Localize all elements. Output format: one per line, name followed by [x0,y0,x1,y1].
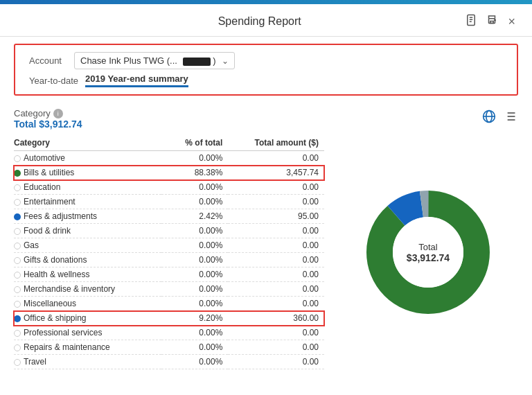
category-name: Bills & utilities [24,168,74,177]
amount-cell: 0.00 [228,355,324,369]
close-button[interactable]: × [505,15,518,28]
table-row: Merchandise & inventory0.00%0.00 [14,282,324,297]
category-cell: Entertainment [14,195,161,209]
percent-cell: 0.00% [161,253,229,267]
year-row: Year-to-date 2019 Year-end summary [29,73,503,87]
category-cell: Miscellaneous [14,297,161,311]
table-section: Category % of total Total amount ($) Aut… [14,135,324,369]
table-row: Bills & utilities88.38%3,457.74 [14,166,324,180]
category-total: Total $3,912.74 [14,119,82,130]
table-row: Office & shipping9.20%360.00 [14,311,324,326]
amount-cell: 0.00 [228,282,324,297]
amount-cell: 0.00 [228,224,324,238]
percent-cell: 0.00% [161,297,229,311]
category-cell: Education [14,180,161,195]
table-row: Gifts & donations0.00%0.00 [14,253,324,267]
table-row: Professional services0.00%0.00 [14,326,324,340]
category-cell: Merchandise & inventory [14,282,161,297]
table-row: Entertainment0.00%0.00 [14,195,324,209]
col-amount: Total amount ($) [228,135,324,151]
print-icon-btn[interactable] [484,12,499,30]
percent-cell: 0.00% [161,267,229,282]
category-name: Office & shipping [24,313,87,323]
category-name: Gas [24,240,39,250]
category-name: Professional services [24,328,102,337]
list-view-icon[interactable] [502,108,518,128]
category-name: Miscellaneous [24,299,76,308]
table-row: Health & wellness0.00%0.00 [14,267,324,282]
category-info: Category i Total $3,912.74 [14,108,82,130]
chart-section: Total $3,912.74 [338,135,518,369]
category-cell: Professional services [14,326,161,340]
table-row: Miscellaneous0.00%0.00 [14,297,324,311]
percent-cell: 0.00% [161,151,229,166]
category-cell: Food & drink [14,224,161,238]
svg-point-6 [495,19,496,21]
account-label: Account [29,55,67,66]
amount-cell: 0.00 [228,238,324,253]
percent-cell: 0.00% [161,340,229,355]
category-cell: Bills & utilities [14,166,161,180]
amount-cell: 3,457.74 [228,166,324,180]
donut-chart: Total $3,912.74 [359,183,497,322]
amount-cell: 0.00 [228,253,324,267]
category-info-icon[interactable]: i [53,109,63,119]
category-dot-empty [14,228,21,235]
category-name: Repairs & maintenance [24,342,110,352]
chart-total-label: Total [407,242,450,252]
category-dot-empty [14,286,21,293]
percent-cell: 9.20% [161,311,229,326]
category-name: Education [24,182,60,192]
globe-view-icon[interactable] [481,108,497,128]
amount-cell: 360.00 [228,311,324,326]
redacted-value [183,58,211,66]
percent-cell: 0.00% [161,238,229,253]
table-row: Repairs & maintenance0.00%0.00 [14,340,324,355]
account-row: Account Chase Ink Plus TWG (... ) ⌄ [29,52,503,69]
modal-title: Spending Report [55,15,463,28]
category-dot-empty [14,155,21,162]
percent-cell: 88.38% [161,166,229,180]
amount-cell: 0.00 [228,326,324,340]
table-row: Food & drink0.00%0.00 [14,224,324,238]
category-dot-empty [14,330,21,337]
category-cell: Gifts & donations [14,253,161,267]
category-name: Travel [24,357,46,367]
category-dot [14,213,21,220]
percent-cell: 0.00% [161,326,229,340]
percent-cell: 0.00% [161,282,229,297]
donut-center: Total $3,912.74 [407,242,450,263]
year-value[interactable]: 2019 Year-end summary [85,73,188,87]
table-header-row: Category % of total Total amount ($) [14,135,324,151]
category-section: Category i Total $3,912.74 [0,103,532,132]
table-row: Education0.00%0.00 [14,180,324,195]
modal-header: Spending Report × [0,4,532,37]
table-row: Gas0.00%0.00 [14,238,324,253]
category-dot-empty [14,301,21,308]
category-name: Health & wellness [24,270,89,279]
percent-cell: 2.42% [161,209,229,224]
document-icon-btn[interactable] [463,12,479,30]
account-dropdown[interactable]: Chase Ink Plus TWG (... ) ⌄ [74,52,235,69]
category-dot-empty [14,243,21,249]
category-dot-empty [14,199,21,206]
view-icons [481,108,518,128]
category-name: Gifts & donations [24,255,87,265]
category-cell: Health & wellness [14,267,161,282]
account-name: Chase Ink Plus TWG (... ) [80,55,216,66]
amount-cell: 0.00 [228,180,324,195]
percent-cell: 0.00% [161,224,229,238]
percent-cell: 0.00% [161,195,229,209]
header-icons: × [463,12,518,30]
spending-table: Category % of total Total amount ($) Aut… [14,135,324,369]
category-dot [14,315,21,322]
category-cell: Automotive [14,151,161,166]
category-name: Fees & adjustments [24,211,97,221]
category-cell: Repairs & maintenance [14,340,161,355]
year-label: Year-to-date [29,76,78,86]
amount-cell: 95.00 [228,209,324,224]
category-label: Category i [14,108,82,119]
percent-cell: 0.00% [161,180,229,195]
filter-section: Account Chase Ink Plus TWG (... ) ⌄ Year… [14,44,518,96]
chart-total-amount: $3,912.74 [407,252,450,263]
